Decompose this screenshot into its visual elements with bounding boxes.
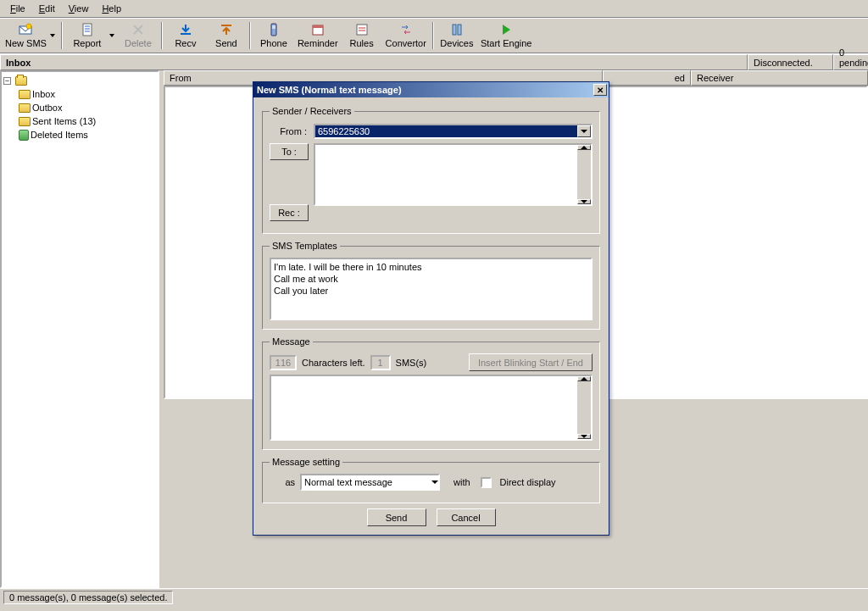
- message-textarea[interactable]: [270, 375, 593, 441]
- menu-edit[interactable]: Edit: [32, 2, 62, 15]
- toolbar-report-label: Report: [73, 38, 101, 49]
- toolbar-delete: Delete: [118, 19, 159, 53]
- tree-inbox-label: Inbox: [32, 87, 55, 101]
- with-label: with: [453, 477, 470, 487]
- folder-title: Inbox: [0, 54, 748, 70]
- toolbar-convertor[interactable]: Convertor: [382, 19, 430, 53]
- chars-left-label: Characters left.: [302, 358, 365, 368]
- scroll-up-icon[interactable]: [577, 376, 591, 381]
- toolbar-delete-label: Delete: [125, 38, 152, 49]
- dropdown-arrow-icon[interactable]: [577, 125, 591, 137]
- group-sender-receivers: Sender / Receivers From : 6596225630 To …: [262, 106, 600, 234]
- connection-status: Disconnected.: [748, 54, 833, 70]
- dialog-titlebar[interactable]: New SMS (Normal text message) ✕: [253, 82, 609, 97]
- toolbar-devices-label: Devices: [440, 38, 473, 49]
- dropdown-arrow-icon[interactable]: [50, 34, 55, 37]
- from-value: 6596225630: [315, 125, 577, 137]
- tree-outbox[interactable]: Outbox: [19, 101, 158, 114]
- dropdown-arrow-icon[interactable]: [431, 480, 438, 484]
- direct-display-checkbox[interactable]: [481, 477, 492, 488]
- recv-icon: [179, 23, 192, 36]
- menu-file[interactable]: File: [3, 2, 32, 15]
- svg-rect-14: [458, 25, 461, 35]
- new-sms-dialog: New SMS (Normal text message) ✕ Sender /…: [253, 81, 609, 536]
- template-item[interactable]: I'm late. I will be there in 10 minutes: [274, 261, 588, 273]
- toolbar-report[interactable]: Report: [65, 19, 118, 53]
- toolbar-devices[interactable]: Devices: [437, 19, 477, 53]
- toolbar-start-engine[interactable]: Start Engine: [477, 19, 536, 53]
- from-combo[interactable]: 6596225630: [314, 124, 593, 139]
- new-sms-icon: [19, 23, 32, 36]
- col-received[interactable]: ed: [603, 70, 691, 86]
- toolbar-reminder[interactable]: Reminder: [294, 19, 342, 53]
- svg-rect-12: [357, 25, 367, 35]
- toolbar-reminder-label: Reminder: [298, 38, 338, 49]
- scroll-up-icon[interactable]: [577, 145, 591, 150]
- as-label: as: [270, 477, 295, 487]
- toolbar-start-engine-label: Start Engine: [481, 38, 532, 49]
- svg-rect-6: [181, 33, 191, 35]
- folder-icon: [19, 103, 31, 113]
- convertor-icon: [399, 23, 413, 36]
- folder-tree[interactable]: − Inbox Outbox Sent Items (13) Deleted I…: [0, 70, 159, 588]
- toolbar-recv[interactable]: Recv: [165, 19, 206, 53]
- insert-blinking-button: Insert Blinking Start / End: [469, 353, 593, 371]
- toolbar-recv-label: Recv: [175, 38, 196, 49]
- rec-button[interactable]: Rec :: [270, 204, 309, 221]
- folder-icon: [19, 90, 31, 99]
- tree-sent-label: Sent Items (13): [32, 114, 96, 128]
- svg-rect-2: [83, 24, 92, 36]
- templates-list[interactable]: I'm late. I will be there in 10 minutes …: [270, 258, 593, 320]
- toolbar-new-sms[interactable]: New SMS: [2, 19, 58, 53]
- reminder-icon: [311, 23, 325, 36]
- folder-icon: [15, 76, 27, 86]
- menu-view[interactable]: View: [62, 2, 96, 15]
- group-templates: SMS Templates I'm late. I will be there …: [262, 241, 600, 330]
- send-button[interactable]: Send: [367, 508, 426, 526]
- toolbar-rules[interactable]: Rules: [342, 19, 382, 53]
- status-text: 0 message(s), 0 message(s) selected.: [3, 591, 173, 604]
- to-button[interactable]: To :: [270, 143, 309, 160]
- template-item[interactable]: Call you later: [274, 285, 588, 297]
- group-message: Message 116 Characters left. 1 SMS(s) In…: [262, 336, 600, 450]
- delete-icon: [131, 23, 145, 36]
- to-textarea[interactable]: [314, 143, 593, 206]
- toolbar-new-sms-label: New SMS: [5, 38, 47, 49]
- play-icon: [499, 23, 513, 36]
- col-receiver[interactable]: Receiver: [691, 70, 868, 86]
- toolbar-phone-label: Phone: [260, 38, 287, 49]
- toolbar-phone[interactable]: Phone: [253, 19, 294, 53]
- send-icon: [220, 23, 233, 36]
- report-icon: [81, 23, 94, 36]
- svg-rect-11: [313, 25, 323, 28]
- tree-deleted-label: Deleted Items: [31, 128, 88, 142]
- direct-display-label: Direct display: [500, 477, 556, 487]
- folder-icon: [19, 117, 31, 126]
- toolbar-send[interactable]: Send: [206, 19, 247, 53]
- sms-count-value: 1: [370, 355, 391, 370]
- close-icon[interactable]: ✕: [593, 84, 607, 96]
- message-type-select[interactable]: Normal text message: [300, 474, 440, 491]
- phone-icon: [267, 23, 281, 36]
- toolbar: New SMS Report Delete Recv Send Phone: [0, 18, 868, 53]
- menu-help[interactable]: Help: [95, 2, 128, 15]
- group-message-setting: Message setting as Normal text message w…: [262, 457, 600, 503]
- message-type-value: Normal text message: [302, 477, 431, 487]
- scroll-down-icon[interactable]: [577, 434, 591, 439]
- pending-status: 0 pending message: [833, 54, 868, 70]
- tree-collapse-icon[interactable]: −: [3, 77, 11, 85]
- dropdown-arrow-icon[interactable]: [109, 34, 114, 37]
- tree-deleted[interactable]: Deleted Items: [19, 128, 158, 142]
- dialog-title: New SMS (Normal text message): [257, 85, 402, 95]
- scroll-down-icon[interactable]: [577, 199, 591, 204]
- status-bar: 0 message(s), 0 message(s) selected.: [0, 588, 868, 605]
- template-item[interactable]: Call me at work: [274, 273, 588, 285]
- toolbar-send-label: Send: [215, 38, 237, 49]
- trash-icon: [19, 130, 29, 141]
- cancel-button[interactable]: Cancel: [437, 508, 496, 526]
- group-setting-legend: Message setting: [270, 457, 342, 467]
- tree-inbox[interactable]: Inbox: [19, 87, 158, 101]
- svg-point-1: [26, 24, 31, 29]
- tree-sent[interactable]: Sent Items (13): [19, 114, 158, 128]
- toolbar-convertor-label: Convertor: [386, 38, 426, 49]
